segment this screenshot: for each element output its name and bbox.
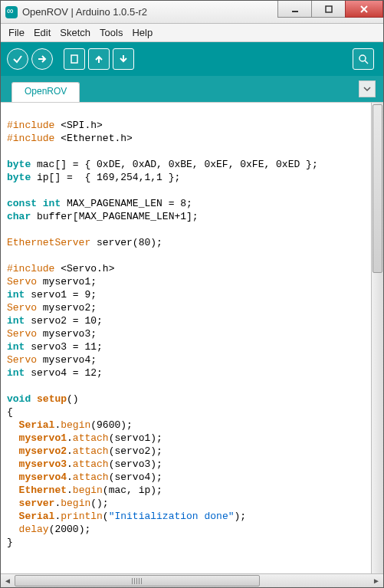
menu-edit[interactable]: Edit [31,25,54,40]
maximize-button[interactable] [311,1,346,18]
scroll-right-button[interactable]: ► [369,574,383,587]
horizontal-scroll-track[interactable] [15,574,369,587]
new-file-icon [69,54,80,64]
menu-sketch[interactable]: Sketch [57,25,94,40]
tab-label: OpenROV [25,86,67,97]
svg-point-5 [359,55,366,61]
menu-file[interactable]: File [5,25,28,40]
toolbar [1,42,383,76]
editor-area: #include <SPI.h> #include <Ethernet.h> b… [1,102,383,587]
grip-icon [132,578,143,584]
tab-strip: OpenROV [1,76,383,102]
code-content[interactable]: #include <SPI.h> #include <Ethernet.h> b… [1,103,383,552]
arrow-right-icon [37,54,48,64]
open-button[interactable] [88,48,110,70]
horizontal-scroll-thumb[interactable] [15,575,260,586]
window-title: OpenROV | Arduino 1.0.5-r2 [22,6,278,18]
magnifier-icon [358,54,369,64]
check-icon [12,54,23,64]
menu-help[interactable]: Help [129,25,156,40]
tab-openrov[interactable]: OpenROV [11,82,80,102]
new-button[interactable] [64,48,85,70]
save-button[interactable] [113,48,134,70]
titlebar[interactable]: OpenROV | Arduino 1.0.5-r2 [1,1,383,24]
tab-menu-button[interactable] [359,80,376,97]
svg-line-6 [365,61,368,64]
horizontal-scrollbar[interactable]: ◄ ► [1,573,383,587]
svg-rect-1 [326,6,332,12]
arrow-up-icon [94,54,104,64]
svg-rect-4 [71,55,77,63]
vertical-scroll-thumb[interactable] [373,104,382,273]
arrow-down-icon [118,54,129,64]
menubar: File Edit Sketch Tools Help [1,24,383,42]
window-controls [278,1,383,23]
close-button[interactable] [345,1,383,18]
verify-button[interactable] [7,48,28,70]
upload-button[interactable] [31,48,53,70]
menu-tools[interactable]: Tools [97,25,126,40]
scroll-left-button[interactable]: ◄ [1,574,15,587]
serial-monitor-button[interactable] [353,48,374,70]
minimize-button[interactable] [277,1,312,18]
vertical-scrollbar[interactable] [371,103,383,573]
arduino-app-icon [5,6,18,18]
chevron-down-icon [363,85,371,93]
code-editor[interactable]: #include <SPI.h> #include <Ethernet.h> b… [1,103,383,573]
app-window: OpenROV | Arduino 1.0.5-r2 File Edit Ske… [0,0,384,588]
